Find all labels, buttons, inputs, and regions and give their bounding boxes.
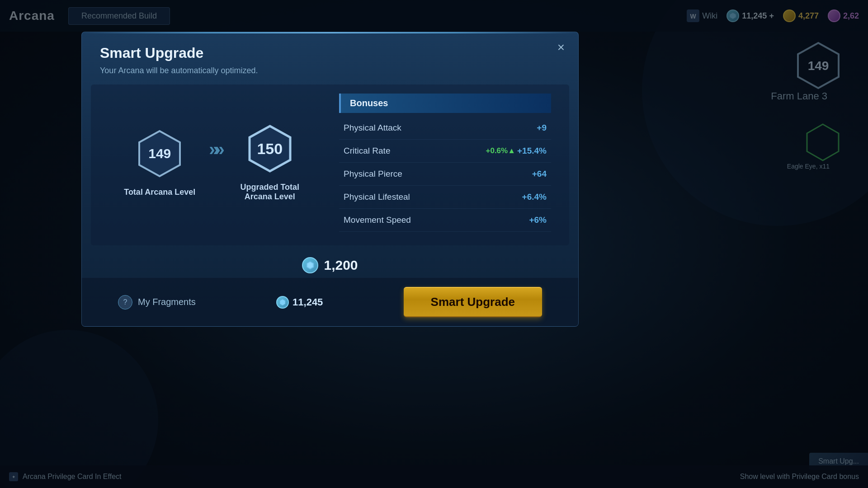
smart-upgrade-button[interactable]: Smart Upgrade [404,287,542,317]
bonus-row-critical-rate: Critical Rate +0.6%▲ +15.4% [339,140,551,163]
arcana-display: 149 Total Arcana Level »» 150 [124,124,306,202]
arcana-levels-panel: 149 Total Arcana Level »» 150 [109,94,321,232]
bonus-name-physical-attack: Physical Attack [344,123,401,133]
modal-subtitle: Your Arcana will be automatically optimi… [100,66,560,75]
bonus-value-physical-lifesteal: +6.4% [522,192,547,202]
fragments-count: 11,245 [276,296,323,309]
bonus-row-physical-pierce: Physical Pierce +64 [339,163,551,186]
bonus-row-physical-lifesteal: Physical Lifesteal +6.4% [339,186,551,209]
my-fragments-icon: ? [118,295,132,310]
cost-amount: 1,200 [324,258,358,273]
level-arrow: »» [209,139,220,187]
bonus-value-physical-pierce: +64 [532,169,547,179]
cost-display: 1,200 [82,257,578,273]
bonus-row-physical-attack: Physical Attack +9 [339,117,551,140]
arcana-upgraded: 150 Upgraded Total Arcana Level [234,124,306,202]
modal-title: Smart Upgrade [100,45,560,61]
bonus-name-critical-rate: Critical Rate [344,146,390,156]
arcana-upgraded-number: 150 [257,140,283,158]
arcana-current-label: Total Arcana Level [124,188,195,197]
footer-bottom: ? My Fragments 11,245 Smart Upgrade [100,287,560,317]
bonus-value-critical-rate: +15.4% [517,146,547,156]
critical-rate-sub: +0.6%▲ [486,146,516,155]
bonus-value-movement-speed: +6% [529,215,547,225]
arcana-current-hex: 149 [135,129,184,178]
modal-cost-section: 1,200 [82,250,578,278]
cost-icon [302,257,318,273]
modal-header: Smart Upgrade Your Arcana will be automa… [82,32,578,80]
my-fragments-label: My Fragments [138,297,196,307]
bonus-name-movement-speed: Movement Speed [344,215,411,225]
bonuses-panel: Bonuses Physical Attack +9 Critical Rate… [339,94,551,232]
modal-close-button[interactable]: × [557,41,565,54]
arcana-current-number: 149 [148,146,171,161]
bonus-row-movement-speed: Movement Speed +6% [339,209,551,232]
arrow-icon: »» [209,139,220,160]
modal-footer: ? My Fragments 11,245 Smart Upgrade [82,278,578,326]
fragments-gem-icon [276,296,289,309]
fragments-amount: 11,245 [292,296,323,308]
smart-upgrade-modal: Smart Upgrade Your Arcana will be automa… [81,32,579,327]
arcana-upgraded-label: Upgraded Total Arcana Level [234,183,306,202]
arcana-current: 149 Total Arcana Level [124,129,195,197]
bonus-value-physical-attack: +9 [537,123,547,133]
my-fragments: ? My Fragments [118,295,196,310]
critical-rate-values: +0.6%▲ +15.4% [486,146,547,156]
modal-body: 149 Total Arcana Level »» 150 [91,84,569,245]
svg-marker-10 [280,299,285,305]
bonus-name-physical-lifesteal: Physical Lifesteal [344,192,410,202]
arcana-upgraded-hex: 150 [245,124,295,174]
bonuses-header: Bonuses [339,94,551,113]
bonus-name-physical-pierce: Physical Pierce [344,169,402,179]
